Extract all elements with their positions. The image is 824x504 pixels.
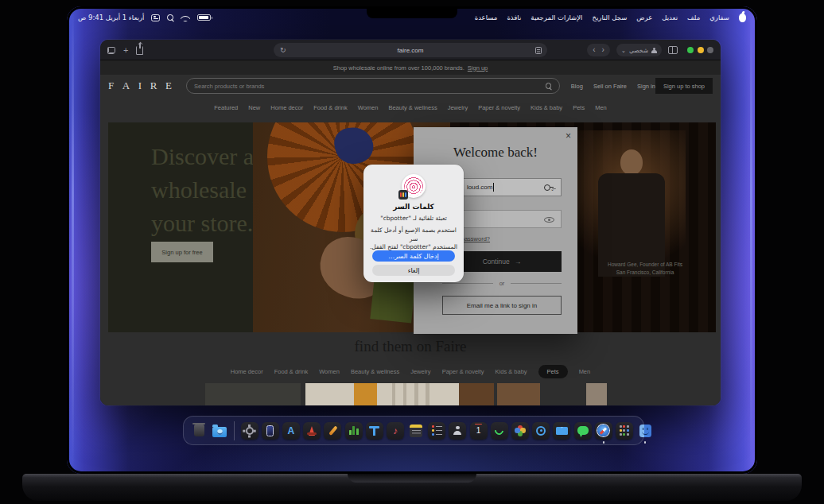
sign-in-link[interactable]: Sign in — [637, 83, 655, 90]
pill-kids[interactable]: Kids & baby — [496, 368, 527, 375]
laptop-display: أربعاء 1 أبريل 9:41 ص سفاري ملف تعديل عر… — [67, 6, 757, 474]
photos-app-icon[interactable] — [511, 422, 529, 440]
product-thumb[interactable] — [459, 383, 494, 405]
sidebar-toggle-icon[interactable] — [668, 46, 678, 54]
system-settings-app-icon[interactable] — [241, 422, 258, 440]
pill-beauty[interactable]: Beauty & wellness — [351, 368, 399, 375]
menu-window[interactable]: نافذة — [507, 14, 521, 21]
pill-men[interactable]: Men — [579, 368, 591, 375]
enter-password-button[interactable]: إدخال كلمة السر… — [372, 250, 455, 262]
pill-paper[interactable]: Paper & novelty — [442, 368, 484, 375]
show-password-eye-icon[interactable] — [544, 217, 554, 223]
share-icon[interactable] — [136, 46, 143, 55]
back-icon[interactable]: ‹ — [593, 46, 595, 54]
product-thumb[interactable] — [205, 383, 301, 405]
profile-chip[interactable]: ⌄ شخصي — [616, 44, 662, 56]
close-icon[interactable]: × — [566, 130, 571, 142]
pill-jewelry[interactable]: Jewelry — [410, 368, 430, 375]
battery-icon[interactable] — [197, 14, 211, 21]
mail-app-icon[interactable] — [553, 422, 570, 440]
nav-new[interactable]: New — [248, 104, 260, 111]
control-center-icon[interactable] — [151, 14, 160, 21]
launchpad-app-icon[interactable] — [616, 422, 633, 440]
promo-signup-link[interactable]: Sign up — [468, 64, 488, 72]
safari-toolbar: + ↻ faire.com ‹ › ⌄ شخصي — [100, 40, 721, 60]
wifi-icon[interactable] — [181, 14, 190, 21]
nav-jewelry[interactable]: Jewelry — [448, 104, 468, 111]
sell-on-faire-link[interactable]: Sell on Faire — [593, 83, 627, 90]
nav-women[interactable]: Women — [358, 104, 379, 111]
phone-app-icon[interactable] — [491, 422, 508, 440]
history-nav: ‹ › — [587, 44, 610, 56]
safari-app-icon[interactable] — [595, 422, 612, 440]
finder-app-icon[interactable] — [636, 422, 654, 440]
apple-menu-icon[interactable] — [739, 14, 746, 22]
category-nav: Featured New Home decor Food & drink Wom… — [100, 97, 721, 118]
trash-icon[interactable] — [190, 422, 208, 440]
faire-logo[interactable]: F A I R E — [108, 79, 175, 92]
notes-app-icon[interactable] — [407, 422, 425, 440]
nav-beauty[interactable]: Beauty & wellness — [388, 104, 437, 111]
reminders-app-icon[interactable] — [428, 422, 445, 440]
nav-featured[interactable]: Featured — [214, 104, 238, 111]
zoom-window-button[interactable] — [687, 47, 694, 53]
keynote-app-icon[interactable] — [366, 422, 383, 440]
spotlight-icon[interactable] — [167, 14, 173, 21]
email-link-button[interactable]: Email me a link to sign in — [442, 296, 562, 315]
sign-up-to-shop-button[interactable]: Sign up to shop — [655, 78, 713, 94]
wallpaper-streak — [750, 6, 752, 474]
url-text: faire.com — [398, 47, 424, 54]
downloads-folder-icon[interactable] — [211, 422, 228, 440]
rocket-app-icon[interactable] — [303, 422, 321, 440]
pill-food-drink[interactable]: Food & drink — [274, 368, 309, 375]
camera-notch — [367, 6, 457, 18]
reload-icon[interactable]: ↻ — [280, 46, 286, 54]
menu-safari[interactable]: سفاري — [709, 14, 729, 21]
minimize-window-button[interactable] — [698, 47, 704, 53]
nav-home-decor[interactable]: Home decor — [270, 104, 303, 111]
app-store-app-icon[interactable]: A — [282, 422, 300, 440]
nav-kids[interactable]: Kids & baby — [531, 104, 562, 111]
calendar-app-icon[interactable]: 1 — [470, 422, 488, 440]
find-my-app-icon[interactable] — [532, 422, 550, 440]
search-input[interactable]: Search products or brands — [186, 78, 560, 94]
pages-app-icon[interactable] — [324, 422, 341, 440]
sign-up-free-button[interactable]: Sign up for free — [151, 242, 213, 262]
password-key-icon[interactable]: ⌄ — [544, 184, 555, 192]
pill-home-decor[interactable]: Home decor — [231, 368, 263, 375]
menu-edit[interactable]: تعديل — [662, 14, 678, 21]
menu-help[interactable]: مساعدة — [475, 14, 498, 21]
nav-food-drink[interactable]: Food & drink — [313, 104, 348, 111]
pill-women[interactable]: Women — [319, 368, 340, 375]
numbers-app-icon[interactable] — [345, 422, 363, 440]
menu-view[interactable]: عرض — [636, 14, 652, 21]
pill-pets-selected[interactable]: Pets — [538, 365, 568, 378]
menu-bar-menus: سفاري ملف تعديل عرض سجل التاريخ الإشارات… — [475, 14, 746, 22]
iphone-mirroring-app-icon[interactable] — [262, 422, 279, 440]
reader-icon[interactable] — [535, 47, 542, 54]
forward-icon[interactable]: › — [601, 46, 604, 54]
music-app-icon[interactable]: ♪ — [387, 422, 404, 440]
product-thumb[interactable] — [586, 383, 607, 405]
product-thumb[interactable] — [497, 383, 540, 405]
menu-file[interactable]: ملف — [687, 14, 700, 21]
nav-men[interactable]: Men — [595, 104, 607, 111]
wallpaper-streak — [72, 6, 74, 474]
messages-app-icon[interactable] — [574, 422, 592, 440]
address-bar[interactable]: ↻ faire.com — [274, 43, 547, 57]
promo-text: Shop wholesale online from over 100,000 … — [333, 64, 464, 72]
new-tab-icon[interactable]: + — [123, 46, 128, 55]
nav-paper[interactable]: Paper & novelty — [478, 104, 520, 111]
chevron-down-icon: ⌄ — [621, 47, 626, 54]
search-icon[interactable] — [546, 83, 552, 89]
cancel-button[interactable]: إلغاء — [372, 265, 455, 276]
clock[interactable]: أربعاء 1 أبريل 9:41 ص — [78, 14, 144, 21]
section-heading: find them on Faire — [100, 332, 721, 361]
nav-pets[interactable]: Pets — [573, 104, 585, 111]
blog-link[interactable]: Blog — [571, 83, 583, 90]
close-window-button[interactable] — [707, 47, 713, 53]
tab-overview-icon[interactable] — [107, 47, 115, 54]
menu-history[interactable]: سجل التاريخ — [592, 14, 627, 21]
menu-bookmarks[interactable]: الإشارات المرجعية — [531, 14, 582, 21]
contacts-app-icon[interactable] — [449, 422, 466, 440]
